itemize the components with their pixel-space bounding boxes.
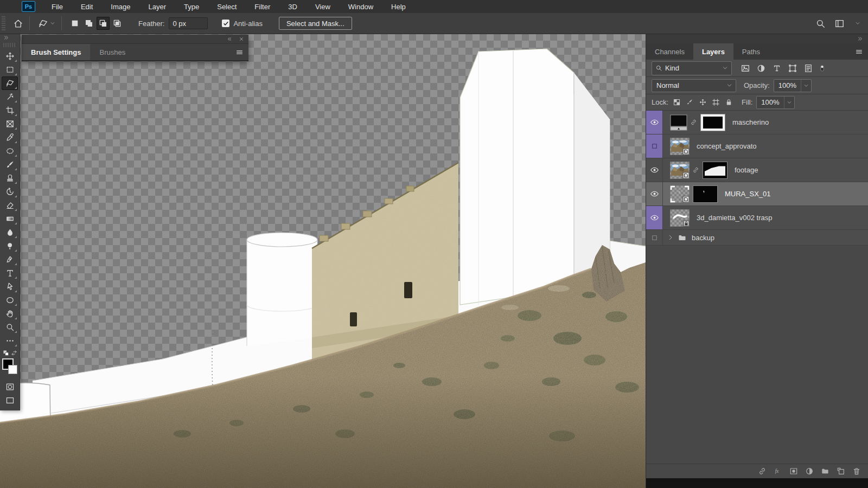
frame-tool[interactable] bbox=[2, 117, 18, 131]
crop-tool[interactable] bbox=[2, 104, 18, 117]
menu-item-type[interactable]: Type bbox=[184, 3, 199, 11]
default-colors-icon[interactable] bbox=[3, 350, 9, 356]
layer-row-concept-approvato[interactable]: concept_approvato bbox=[646, 134, 868, 158]
layer-row-mascherino[interactable]: mascherino bbox=[646, 111, 868, 134]
layer-row-3d-damietta[interactable]: 3d_damietta_v002 trasp bbox=[646, 206, 868, 230]
menu-item-select[interactable]: Select bbox=[217, 3, 237, 11]
type-tool[interactable] bbox=[2, 266, 18, 280]
layer-style-button[interactable]: fx bbox=[774, 467, 782, 476]
lock-transparency-icon[interactable] bbox=[673, 98, 681, 106]
eyedropper-tool[interactable] bbox=[2, 131, 18, 144]
filter-adjustment-layers-icon[interactable] bbox=[756, 63, 766, 73]
tab-paths[interactable]: Paths bbox=[733, 43, 769, 60]
expand-group-icon[interactable] bbox=[667, 234, 674, 241]
background-color[interactable] bbox=[8, 365, 17, 374]
layer-mask-thumbnail[interactable] bbox=[703, 162, 727, 179]
visibility-eye-icon[interactable] bbox=[650, 165, 659, 175]
history-brush-tool[interactable] bbox=[2, 185, 18, 198]
lock-pixels-icon[interactable] bbox=[686, 98, 694, 106]
current-tool-preview[interactable] bbox=[38, 18, 55, 29]
fill-dropdown[interactable]: 100% bbox=[756, 96, 794, 109]
menu-item-view[interactable]: View bbox=[315, 3, 330, 11]
lasso-tool[interactable] bbox=[2, 76, 18, 90]
visibility-eye-empty[interactable] bbox=[651, 143, 658, 150]
lock-all-icon[interactable] bbox=[725, 98, 733, 106]
layer-thumbnail-transparent[interactable] bbox=[670, 185, 690, 203]
visibility-eye-icon[interactable] bbox=[650, 118, 659, 127]
add-selection-button[interactable] bbox=[82, 17, 95, 30]
marquee-tool[interactable] bbox=[2, 63, 18, 76]
menu-item-layer[interactable]: Layer bbox=[149, 3, 167, 11]
link-mask-icon[interactable] bbox=[690, 118, 697, 127]
search-icon[interactable] bbox=[815, 18, 826, 29]
link-layers-button[interactable] bbox=[758, 467, 767, 476]
intersect-selection-button[interactable] bbox=[111, 17, 124, 30]
blend-mode-dropdown[interactable]: Normal bbox=[652, 79, 736, 92]
eraser-tool[interactable] bbox=[2, 198, 18, 212]
menu-item-image[interactable]: Image bbox=[111, 3, 130, 11]
dodge-tool[interactable] bbox=[2, 239, 18, 253]
menu-item-3d[interactable]: 3D bbox=[288, 3, 297, 11]
filter-type-layers-icon[interactable] bbox=[772, 63, 782, 73]
menu-item-file[interactable]: File bbox=[52, 3, 63, 11]
layer-row-mura-sx-01[interactable]: MURA_SX_01 bbox=[646, 182, 868, 206]
layer-row-footage[interactable]: footage bbox=[646, 158, 868, 182]
filter-smart-objects-icon[interactable] bbox=[803, 63, 813, 73]
workspace-switcher-icon[interactable] bbox=[834, 18, 845, 29]
select-and-mask-button[interactable]: Select and Mask... bbox=[279, 17, 352, 30]
layer-thumbnail-adjustment[interactable] bbox=[670, 114, 687, 131]
layer-thumbnail-photo[interactable] bbox=[670, 138, 690, 155]
path-select-tool[interactable] bbox=[2, 280, 18, 293]
shape-tool[interactable] bbox=[2, 293, 18, 307]
tab-brushes[interactable]: Brushes bbox=[90, 44, 135, 60]
document-canvas[interactable] bbox=[0, 34, 646, 488]
tab-brush-settings[interactable]: Brush Settings bbox=[22, 44, 90, 60]
zoom-tool[interactable] bbox=[2, 320, 18, 334]
tab-channels[interactable]: Channels bbox=[646, 43, 693, 60]
lock-position-icon[interactable] bbox=[699, 98, 707, 106]
tab-layers[interactable]: Layers bbox=[693, 43, 733, 60]
panel-menu-icon[interactable] bbox=[855, 48, 863, 55]
anti-alias-checkbox[interactable] bbox=[222, 20, 229, 27]
filter-shape-layers-icon[interactable] bbox=[788, 63, 797, 73]
menu-item-edit[interactable]: Edit bbox=[81, 3, 93, 11]
new-group-button[interactable] bbox=[821, 467, 829, 476]
add-layer-mask-button[interactable] bbox=[789, 467, 798, 476]
new-layer-button[interactable] bbox=[837, 467, 845, 476]
visibility-eye-icon[interactable] bbox=[650, 213, 659, 222]
subtract-selection-button[interactable] bbox=[97, 17, 110, 30]
panel-menu-icon[interactable] bbox=[235, 49, 244, 56]
delete-layer-button[interactable] bbox=[852, 467, 861, 476]
menu-item-filter[interactable]: Filter bbox=[254, 3, 270, 11]
brush-tool[interactable] bbox=[2, 158, 18, 171]
color-swatches[interactable] bbox=[2, 358, 18, 377]
gradient-tool[interactable] bbox=[2, 212, 18, 226]
feather-input[interactable] bbox=[169, 17, 208, 29]
chevron-down-icon[interactable] bbox=[855, 21, 860, 26]
swap-colors-icon[interactable] bbox=[11, 350, 17, 356]
close-panel-icon[interactable] bbox=[239, 36, 244, 42]
menu-item-window[interactable]: Window bbox=[348, 3, 373, 11]
filtering-toggle[interactable] bbox=[819, 62, 826, 74]
lock-artboard-icon[interactable] bbox=[712, 98, 720, 106]
screen-mode-button[interactable] bbox=[2, 394, 18, 407]
layer-group-backup[interactable]: backup bbox=[646, 230, 868, 246]
layer-mask-thumbnail[interactable] bbox=[700, 114, 725, 131]
collapse-panel-icon[interactable] bbox=[227, 36, 232, 42]
healing-brush-tool[interactable] bbox=[2, 144, 18, 158]
link-mask-icon[interactable] bbox=[692, 165, 699, 175]
quick-mask-button[interactable] bbox=[2, 380, 18, 394]
blur-tool[interactable] bbox=[2, 226, 18, 239]
visibility-eye-icon[interactable] bbox=[650, 189, 659, 198]
collapse-panels-icon[interactable] bbox=[857, 36, 863, 42]
layer-thumbnail-photo[interactable] bbox=[670, 162, 690, 179]
filter-pixel-layers-icon[interactable] bbox=[741, 63, 750, 73]
hand-tool[interactable] bbox=[2, 307, 18, 320]
clone-stamp-tool[interactable] bbox=[2, 171, 18, 185]
move-tool[interactable] bbox=[2, 49, 18, 63]
edit-toolbar[interactable] bbox=[2, 334, 18, 348]
opacity-dropdown[interactable]: 100% bbox=[774, 79, 812, 92]
visibility-eye-empty[interactable] bbox=[651, 234, 658, 241]
menu-item-help[interactable]: Help bbox=[391, 3, 406, 11]
layer-filter-dropdown[interactable]: Kind bbox=[652, 61, 732, 75]
